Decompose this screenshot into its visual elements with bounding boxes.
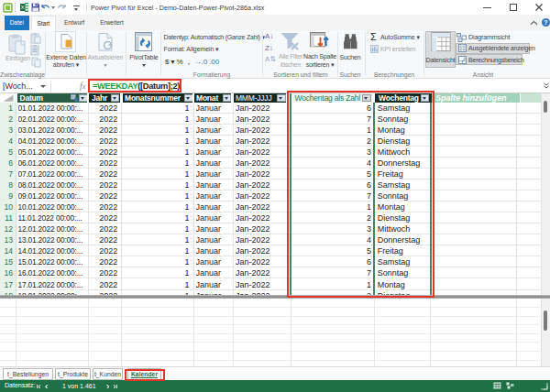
svg-text:X: X [20, 5, 24, 10]
